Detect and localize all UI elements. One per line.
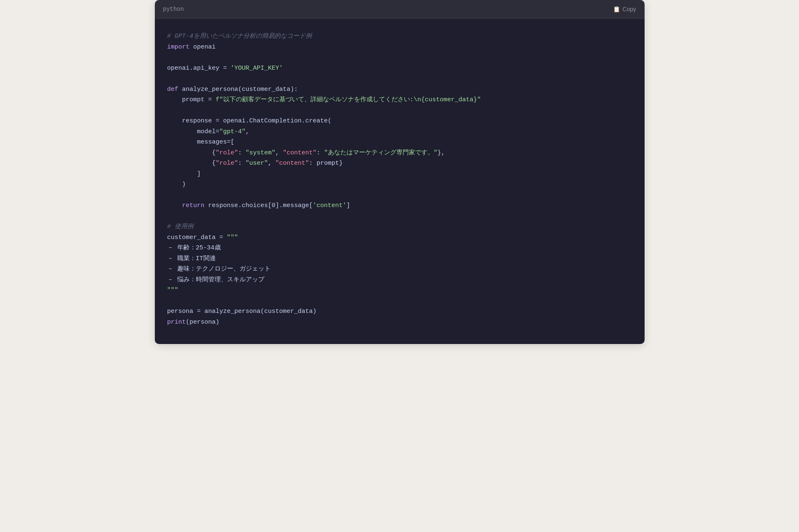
role1-val2: "あなたはマーケティング専門家です。" bbox=[324, 149, 437, 156]
messages-key: messages=[ bbox=[167, 139, 235, 146]
line3-dash: － 趣味：テクノロジー、ガジェット bbox=[167, 266, 271, 273]
response-op: = bbox=[212, 117, 223, 124]
line4-dash: － 悩み：時間管理、スキルアップ bbox=[167, 276, 264, 283]
role1-open: { bbox=[167, 149, 216, 156]
prompt-var: prompt bbox=[167, 96, 205, 103]
return-bracket: ] bbox=[347, 202, 350, 209]
role2-val1: "user" bbox=[246, 160, 268, 167]
api-key-op: = bbox=[220, 65, 231, 72]
copy-button[interactable]: 📋 Copy bbox=[613, 6, 636, 12]
language-label: python bbox=[163, 6, 184, 12]
code-header: python 📋 Copy bbox=[155, 0, 645, 19]
persona-val: analyze_persona(customer_data) bbox=[205, 308, 317, 315]
persona-op: = bbox=[193, 308, 205, 315]
customer-var: customer_data bbox=[167, 234, 216, 241]
import-keyword: import bbox=[167, 44, 190, 51]
return-key: 'content' bbox=[313, 202, 347, 209]
role1-key2: "content" bbox=[283, 149, 317, 156]
api-key-var: openai.api_key bbox=[167, 65, 220, 72]
print-val: (persona) bbox=[186, 319, 220, 326]
role2-comma1: , bbox=[268, 160, 276, 167]
response-var: response bbox=[167, 117, 212, 124]
role1-key1: "role" bbox=[216, 149, 238, 156]
api-key-val: 'YOUR_API_KEY' bbox=[231, 65, 283, 72]
role2-open: { bbox=[167, 160, 216, 167]
paren-close: ) bbox=[167, 181, 186, 188]
prompt-op: = bbox=[205, 96, 216, 103]
return-val: response.choices[0].message[ bbox=[205, 202, 313, 209]
response-val: openai.ChatCompletion.create( bbox=[223, 117, 332, 124]
role2-key2: "content" bbox=[276, 160, 309, 167]
code-block: python 📋 Copy # GPT-4を用いたペルソナ分析の簡易的なコード例… bbox=[155, 0, 645, 344]
model-val: "gpt-4" bbox=[220, 128, 246, 135]
model-key: model= bbox=[167, 128, 220, 135]
import-module: openai bbox=[190, 44, 216, 51]
role2-colon1: : bbox=[238, 160, 246, 167]
role2-close: } bbox=[339, 160, 343, 167]
bracket-close: ] bbox=[167, 171, 201, 178]
prompt-val: f"以下の顧客データに基づいて、詳細なペルソナを作成してください:\n{cust… bbox=[216, 96, 481, 103]
customer-op: = bbox=[216, 234, 227, 241]
role1-val1: "system" bbox=[246, 149, 276, 156]
role1-close: }, bbox=[437, 149, 445, 156]
copy-label: Copy bbox=[623, 6, 636, 12]
print-keyword: print bbox=[167, 319, 186, 326]
role2-key1: "role" bbox=[216, 160, 238, 167]
role2-colon2: : bbox=[309, 160, 317, 167]
model-comma: , bbox=[246, 128, 249, 135]
line1-dash: － 年齢：25-34歳 bbox=[167, 244, 221, 251]
role1-colon2: : bbox=[317, 149, 324, 156]
comment-line-2: # 使用例 bbox=[167, 223, 193, 230]
func-def: analyze_persona(customer_data): bbox=[178, 86, 298, 93]
comment-line-1: # GPT-4を用いたペルソナ分析の簡易的なコード例 bbox=[167, 33, 312, 40]
return-keyword: return bbox=[167, 202, 205, 209]
triple-open: """ bbox=[227, 234, 238, 241]
code-body: # GPT-4を用いたペルソナ分析の簡易的なコード例 import openai… bbox=[155, 19, 645, 344]
triple-close: """ bbox=[167, 287, 178, 294]
line2-dash: － 職業：IT関連 bbox=[167, 255, 216, 262]
role1-comma1: , bbox=[276, 149, 283, 156]
code-content: # GPT-4を用いたペルソナ分析の簡易的なコード例 import openai… bbox=[167, 31, 632, 327]
def-keyword: def bbox=[167, 86, 178, 93]
role2-val2: prompt bbox=[317, 160, 339, 167]
copy-icon: 📋 bbox=[613, 6, 620, 12]
role1-colon1: : bbox=[238, 149, 246, 156]
persona-var: persona bbox=[167, 308, 193, 315]
